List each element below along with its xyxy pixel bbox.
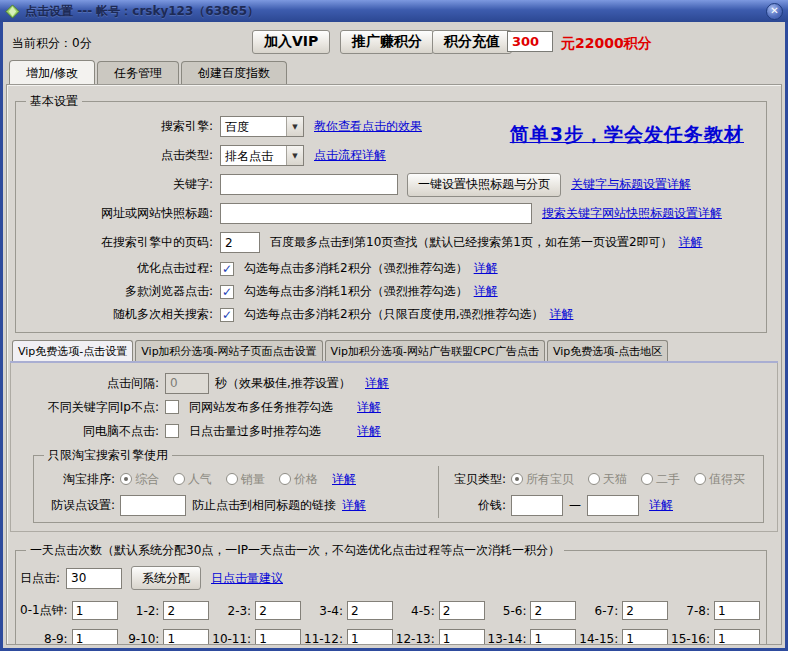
- click-flow-link[interactable]: 点击流程详解: [314, 147, 386, 164]
- recharge-button[interactable]: 积分充值: [432, 30, 512, 54]
- type-option-all[interactable]: 所有宝贝: [511, 471, 574, 488]
- hour-range-label: 5-6:: [487, 604, 531, 618]
- page-detail-link[interactable]: 详解: [679, 234, 703, 251]
- sort-option-popularity[interactable]: 人气: [173, 471, 212, 488]
- join-vip-button[interactable]: 加入VIP: [252, 30, 330, 54]
- price-to-input[interactable]: [587, 495, 639, 516]
- hour-count-input[interactable]: [347, 601, 393, 620]
- browsers-checkbox[interactable]: ✓: [220, 285, 234, 299]
- hour-count-input[interactable]: [439, 629, 485, 645]
- hour-cell: 4-5:: [395, 601, 485, 620]
- hour-count-input[interactable]: [163, 629, 209, 645]
- same-pc-detail-link[interactable]: 详解: [357, 423, 381, 440]
- sort-option-composite[interactable]: 综合: [120, 471, 159, 488]
- tutorial-link[interactable]: 简单3步，学会发任务教材: [510, 122, 744, 148]
- system-assign-button[interactable]: 系统分配: [131, 566, 201, 590]
- vip-tab-cpc-ads[interactable]: Vip加积分选项-网站广告联盟CPC广告点击: [325, 340, 545, 361]
- radio-icon[interactable]: [588, 473, 600, 485]
- hour-cell: 9-10:: [120, 629, 210, 645]
- keyword-title-link[interactable]: 关键字与标题设置详解: [571, 176, 691, 193]
- titlebar: 点击设置 --- 帐号：crsky123（63865） ✕: [0, 0, 788, 22]
- hour-count-input[interactable]: [622, 601, 668, 620]
- radio-icon[interactable]: [226, 473, 238, 485]
- same-ip-detail-link[interactable]: 详解: [357, 399, 381, 416]
- tab-baidu-index[interactable]: 创建百度指数: [181, 61, 287, 84]
- same-ip-checkbox[interactable]: [165, 400, 179, 414]
- hour-count-input[interactable]: [714, 601, 760, 620]
- hour-range-label: 11-12:: [303, 632, 347, 646]
- price-row: 价钱: — 详解: [449, 492, 759, 518]
- current-points-label: 当前积分：0分: [12, 35, 92, 52]
- browsers-label: 多款浏览器点击:: [20, 283, 220, 300]
- type-option-tmall[interactable]: 天猫: [588, 471, 627, 488]
- sort-option-sales[interactable]: 销量: [226, 471, 265, 488]
- radio-icon[interactable]: [279, 473, 291, 485]
- chevron-down-icon[interactable]: ▼: [286, 117, 303, 136]
- snapshot-setup-button[interactable]: 一键设置快照标题与分页: [407, 173, 561, 197]
- vip-tab-subpage-click[interactable]: Vip加积分选项-网站子页面点击设置: [135, 340, 322, 361]
- misclick-detail-link[interactable]: 详解: [342, 497, 366, 514]
- hour-count-input[interactable]: [622, 629, 668, 645]
- radio-icon[interactable]: [173, 473, 185, 485]
- type-option-worthbuy[interactable]: 值得买: [694, 471, 745, 488]
- optimize-detail-link[interactable]: 详解: [474, 260, 498, 277]
- search-engine-select[interactable]: 百度 ▼: [220, 116, 304, 137]
- hour-count-input[interactable]: [72, 601, 118, 620]
- same-ip-hint: 同网站发布多任务推荐勾选: [189, 399, 357, 416]
- hour-count-input[interactable]: [439, 601, 485, 620]
- vip-tab-click-region[interactable]: Vip免费选项-点击地区: [547, 340, 668, 361]
- hour-count-input[interactable]: [255, 629, 301, 645]
- hour-range-label: 0-1点钟:: [20, 602, 72, 619]
- price-from-input[interactable]: [511, 495, 563, 516]
- interval-detail-link[interactable]: 详解: [365, 375, 389, 392]
- basic-settings-group: 基本设置 简单3步，学会发任务教材 搜索引擎: 百度 ▼ 教你查看点击的效果 点…: [15, 93, 767, 333]
- hour-cell: 8-9:: [20, 629, 118, 645]
- radio-icon[interactable]: [120, 473, 132, 485]
- hourly-clicks-grid: 0-1点钟: 1-2: 2-3:: [20, 601, 760, 645]
- chevron-down-icon[interactable]: ▼: [286, 146, 303, 165]
- daily-clicks-input[interactable]: [66, 568, 122, 589]
- random-detail-link[interactable]: 详解: [549, 306, 573, 323]
- sort-option-price[interactable]: 价格: [279, 471, 318, 488]
- hour-count-input[interactable]: [530, 629, 576, 645]
- same-pc-checkbox[interactable]: [165, 424, 179, 438]
- browsers-detail-link[interactable]: 详解: [474, 283, 498, 300]
- radio-icon[interactable]: [694, 473, 706, 485]
- url-input[interactable]: [220, 203, 532, 224]
- view-effect-link[interactable]: 教你查看点击的效果: [314, 118, 422, 135]
- client-area: 当前积分：0分 加入VIP 推广赚积分 积分充值 元22000积分 增加/修改 …: [3, 22, 785, 648]
- hour-cell: 13-14:: [487, 629, 577, 645]
- type-option-secondhand[interactable]: 二手: [641, 471, 680, 488]
- page-number-input[interactable]: [220, 232, 260, 253]
- misclick-input[interactable]: [120, 495, 186, 516]
- hour-count-input[interactable]: [714, 629, 760, 645]
- keyword-input[interactable]: [220, 174, 398, 195]
- hour-count-input[interactable]: [163, 601, 209, 620]
- tab-task-manage[interactable]: 任务管理: [97, 61, 179, 84]
- recharge-amount-input[interactable]: [507, 31, 553, 52]
- same-ip-row: 不同关键字同Ip不点: 同网站发布多任务推荐勾选 详解: [15, 395, 773, 419]
- hour-count-input[interactable]: [255, 601, 301, 620]
- hour-count-input[interactable]: [72, 629, 118, 645]
- optimize-checkbox[interactable]: ✓: [220, 262, 234, 276]
- tab-add-modify[interactable]: 增加/修改: [9, 60, 95, 84]
- promote-earn-button[interactable]: 推广赚积分: [340, 30, 434, 54]
- price-label: 价钱:: [449, 497, 511, 514]
- click-interval-hint: 秒（效果极佳,推荐设置）: [215, 375, 365, 392]
- close-icon[interactable]: ✕: [766, 3, 783, 20]
- vip-tabstrip: Vip免费选项-点击设置 Vip加积分选项-网站子页面点击设置 Vip加积分选项…: [10, 340, 778, 363]
- click-type-select[interactable]: 排名点击 ▼: [220, 145, 304, 166]
- daily-suggest-link[interactable]: 日点击量建议: [211, 570, 283, 587]
- taobao-sort-label: 淘宝排序:: [38, 471, 120, 488]
- click-interval-input[interactable]: [165, 373, 209, 394]
- price-detail-link[interactable]: 详解: [649, 497, 673, 514]
- random-search-checkbox[interactable]: ✓: [220, 308, 234, 322]
- hour-count-input[interactable]: [347, 629, 393, 645]
- radio-icon[interactable]: [511, 473, 523, 485]
- vip-tab-click-settings[interactable]: Vip免费选项-点击设置: [12, 340, 133, 361]
- url-snapshot-link[interactable]: 搜索关键字网站快照标题设置详解: [542, 205, 722, 222]
- hour-count-input[interactable]: [530, 601, 576, 620]
- hour-cell: 12-13:: [395, 629, 485, 645]
- radio-icon[interactable]: [641, 473, 653, 485]
- sort-detail-link[interactable]: 详解: [332, 471, 356, 488]
